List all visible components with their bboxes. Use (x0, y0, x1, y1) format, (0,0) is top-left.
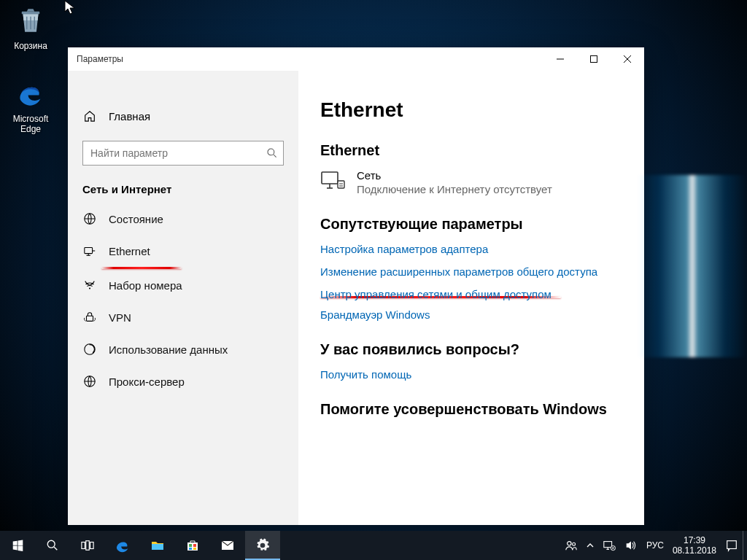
start-button[interactable] (0, 531, 35, 560)
svg-point-14 (85, 344, 95, 354)
svg-line-23 (54, 547, 57, 550)
tray-language[interactable]: РУС (642, 531, 668, 560)
svg-line-6 (274, 155, 276, 158)
sidebar-home-label: Главная (109, 110, 150, 122)
vpn-icon (82, 310, 97, 324)
svg-rect-16 (322, 172, 338, 184)
svg-rect-19 (338, 181, 344, 188)
status-icon (82, 211, 97, 226)
section-questions: У вас появились вопросы? (320, 341, 622, 358)
tray-people[interactable] (560, 531, 582, 560)
link-adapter-settings[interactable]: Настройка параметров адаптера (320, 243, 622, 255)
gear-icon (255, 538, 270, 553)
sidebar-item-label: Прокси-сервер (109, 376, 185, 388)
svg-rect-24 (82, 542, 85, 549)
svg-point-22 (47, 540, 55, 548)
taskbar-app-explorer[interactable] (140, 531, 175, 560)
folder-icon (150, 538, 165, 553)
task-view-button[interactable] (70, 531, 105, 560)
link-firewall[interactable]: Брандмауэр Windows (320, 308, 622, 321)
taskbar-app-edge[interactable] (105, 531, 140, 560)
taskbar-search[interactable] (35, 531, 70, 560)
clock-time: 17:39 (673, 535, 716, 545)
svg-rect-13 (87, 316, 93, 321)
sidebar-item-vpn[interactable]: VPN (68, 301, 298, 333)
sidebar-item-proxy[interactable]: Прокси-сервер (68, 365, 298, 397)
desktop-icon-edge[interactable]: Microsoft Edge (3, 76, 58, 134)
sidebar-item-label: Ethernet (109, 245, 150, 257)
sidebar-item-data-usage[interactable]: Использование данных (68, 333, 298, 365)
sidebar-section-header: Сеть и Интернет (68, 183, 298, 203)
language-text: РУС (646, 540, 664, 551)
proxy-icon (82, 374, 97, 389)
minimize-button[interactable] (543, 47, 577, 71)
sidebar-item-ethernet[interactable]: Ethernet (68, 235, 298, 267)
close-button[interactable] (611, 47, 644, 71)
desktop-icon-label: Microsoft Edge (3, 114, 58, 134)
volume-icon (624, 539, 638, 552)
svg-rect-2 (591, 56, 597, 63)
ethernet-icon (82, 244, 97, 258)
network-status: Подключение к Интернету отсутствует (357, 183, 552, 195)
system-tray: РУС 17:39 08.11.2018 (560, 531, 747, 560)
search-wrap (82, 141, 284, 166)
search-icon (266, 147, 278, 159)
section-ethernet: Ethernet (320, 142, 622, 159)
section-improve: Помогите усовершенствовать Windows (320, 401, 622, 418)
sidebar-home[interactable]: Главная (68, 101, 298, 131)
svg-rect-25 (86, 541, 90, 551)
edge-icon (13, 76, 48, 111)
link-get-help[interactable]: Получить помощь (320, 368, 622, 381)
chevron-up-icon (587, 542, 594, 549)
taskbar-app-store[interactable] (175, 531, 210, 560)
sidebar-item-label: Использование данных (109, 343, 228, 356)
network-item[interactable]: Сеть Подключение к Интернету отсутствует (320, 169, 622, 195)
svg-rect-8 (85, 248, 93, 254)
link-advanced-sharing[interactable]: Изменение расширенных параметров общего … (320, 265, 622, 278)
edge-icon (115, 537, 131, 553)
svg-point-5 (268, 149, 274, 155)
taskbar-app-mail[interactable] (210, 531, 245, 560)
page-title: Ethernet (320, 98, 622, 122)
desktop-icon-recycle-bin[interactable]: Корзина (3, 3, 58, 51)
taskbar: РУС 17:39 08.11.2018 (0, 531, 747, 560)
sidebar: Главная Сеть и Интернет Состояние (68, 71, 298, 525)
tray-network[interactable] (598, 531, 620, 560)
sidebar-item-status[interactable]: Состояние (68, 203, 298, 235)
tray-overflow[interactable] (582, 531, 598, 560)
tray-notifications[interactable] (721, 531, 743, 560)
svg-point-12 (89, 287, 90, 289)
notifications-icon (725, 539, 738, 552)
desktop: Корзина Microsoft Edge Параметры Главная (0, 0, 747, 560)
sidebar-item-label: VPN (109, 311, 131, 324)
data-usage-icon (82, 342, 97, 357)
tray-clock[interactable]: 17:39 08.11.2018 (668, 531, 721, 560)
section-related: Сопутствующие параметры (320, 216, 622, 233)
maximize-button[interactable] (577, 47, 611, 71)
titlebar[interactable]: Параметры (68, 47, 644, 71)
network-icon (320, 171, 349, 192)
search-icon (46, 539, 59, 552)
network-icon (603, 539, 616, 552)
mail-icon (220, 538, 235, 553)
task-view-icon (81, 539, 94, 552)
windows-icon (12, 540, 24, 552)
store-icon (185, 538, 200, 553)
svg-point-30 (573, 542, 576, 545)
window-title: Параметры (77, 54, 123, 64)
svg-point-29 (568, 542, 571, 545)
settings-window: Параметры Главная С (68, 47, 644, 525)
svg-rect-37 (727, 541, 737, 549)
tray-volume[interactable] (620, 531, 642, 560)
sidebar-item-dialup[interactable]: Набор номера (68, 269, 298, 301)
tray-show-desktop[interactable] (743, 531, 747, 560)
sidebar-item-label: Состояние (109, 213, 163, 225)
network-name: Сеть (357, 169, 552, 182)
dialup-icon (82, 278, 97, 292)
search-input[interactable] (82, 141, 284, 166)
taskbar-app-settings[interactable] (245, 531, 280, 560)
people-icon (565, 539, 578, 552)
recycle-bin-icon (13, 3, 48, 38)
clock-date: 08.11.2018 (673, 545, 716, 556)
link-network-center[interactable]: Центр управления сетями и общим доступом (320, 288, 622, 300)
